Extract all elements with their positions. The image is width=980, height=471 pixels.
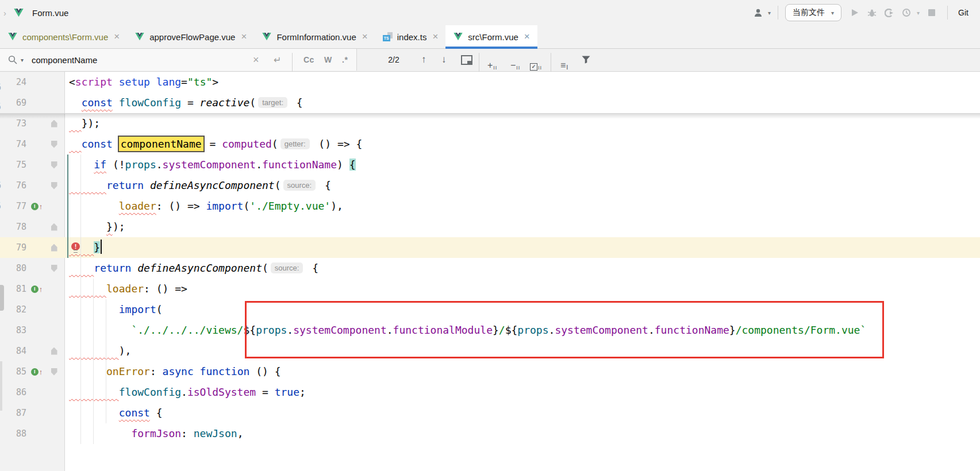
inlay-hint: source: [283, 180, 316, 191]
gutter-cell: 84 [0, 341, 64, 361]
fold-start-icon[interactable] [51, 161, 57, 169]
editor-tab[interactable]: src\Form.vue× [445, 25, 537, 48]
window-title-bar: › Form.vue ▾ 当前文件 ▾ ▾ Git [0, 0, 980, 26]
clear-search-icon[interactable]: × [253, 49, 259, 71]
code-line[interactable]: 81I↑ loader: () => [0, 279, 980, 299]
editor-tab[interactable]: TSindex.ts× [375, 25, 446, 48]
scope-guide-line [67, 155, 68, 258]
code-line[interactable]: 80 return defineAsyncComponent(source: { [0, 258, 980, 279]
fold-start-icon[interactable] [51, 182, 57, 190]
editor-tab[interactable]: approveFlowPage.vue× [127, 25, 254, 48]
stop-button[interactable] [923, 5, 940, 21]
add-occurrence-button[interactable]: +II [487, 49, 497, 71]
code-text[interactable]: import( [69, 299, 163, 320]
code-editor[interactable]: 24<script setup lang="ts">69 const flowC… [0, 72, 980, 471]
fold-start-icon[interactable] [51, 265, 57, 272]
code-text[interactable]: return defineAsyncComponent(source: { [69, 175, 331, 196]
code-text[interactable]: const flowConfig = reactive(target: { [69, 92, 303, 113]
line-number: 75 [0, 160, 26, 170]
fold-end-icon[interactable] [51, 348, 57, 355]
code-line[interactable]: 86 flowConfig.isOldSystem = true; [0, 382, 980, 403]
code-line[interactable]: 79! } [0, 237, 980, 258]
whole-words-toggle[interactable]: W [324, 49, 332, 71]
chevron-down-icon[interactable]: ▾ [768, 10, 771, 16]
inlay-hint: source: [271, 262, 303, 273]
remove-occurrence-button[interactable]: −II [510, 49, 520, 71]
code-line[interactable]: 75 if (!props.systemComponent.functionNa… [0, 155, 980, 175]
filter-lines-icon[interactable]: ≡I [560, 49, 568, 71]
sticky-lines-shadow [0, 113, 980, 119]
code-text[interactable]: flowConfig.isOldSystem = true; [69, 382, 306, 403]
tab-label: components\Form.vue [22, 32, 108, 42]
code-text[interactable]: loader: () => [69, 279, 187, 299]
code-line[interactable]: 74 const componentName = computed(getter… [0, 134, 980, 155]
run-coverage-button[interactable] [881, 5, 898, 21]
inlay-hint: target: [258, 97, 287, 108]
user-account-icon[interactable] [752, 5, 766, 21]
edge-scrollbar-thumb[interactable] [0, 285, 4, 311]
debug-button[interactable] [863, 5, 881, 21]
close-icon[interactable]: × [114, 31, 120, 43]
close-icon[interactable]: × [432, 31, 438, 43]
fold-start-icon[interactable] [51, 368, 57, 376]
gutter-cell: 77I↑ [0, 196, 64, 217]
implemented-marker-icon[interactable]: I↑ [26, 285, 47, 294]
code-line[interactable]: 78 }); [0, 217, 980, 237]
code-text[interactable]: <script setup lang="ts"> [69, 72, 218, 92]
code-line[interactable]: 88 formJson: newJson, [0, 423, 980, 444]
fold-start-icon[interactable] [51, 141, 57, 148]
code-line[interactable]: 87 const { [0, 403, 980, 423]
chevron-down-icon[interactable]: ▾ [917, 10, 920, 16]
code-text[interactable]: onError: async function () { [69, 361, 281, 382]
code-line[interactable]: 76 return defineAsyncComponent(source: { [0, 175, 980, 196]
text-caret [101, 240, 102, 254]
fold-end-icon[interactable] [51, 120, 57, 128]
open-in-find-window-button[interactable] [461, 49, 472, 71]
run-button[interactable] [846, 5, 863, 21]
indent-guide [106, 299, 106, 423]
fold-end-icon[interactable] [51, 223, 57, 231]
code-text[interactable]: const { [69, 403, 163, 423]
code-text[interactable]: if (!props.systemComponent.functionName)… [69, 155, 356, 175]
next-occurrence-button[interactable]: ↓ [441, 49, 447, 71]
code-text[interactable]: const componentName = computed(getter: (… [69, 134, 362, 155]
tab-label: src\Form.vue [468, 32, 518, 42]
chevron-down-icon[interactable]: ▾ [21, 49, 24, 71]
code-line[interactable]: 85I↑ onError: async function () { [0, 361, 980, 382]
find-bar: ▾ componentName × ↵ Cc W .* 2/2 ↑ ↓ +II … [0, 49, 980, 72]
gutter-cell: 69 [0, 92, 64, 113]
code-lines: 73 });74 const componentName = computed(… [0, 113, 980, 444]
regex-toggle[interactable]: .* [342, 49, 348, 71]
code-text[interactable]: formJson: newJson, [69, 423, 243, 444]
code-text[interactable]: loader: () => import('./Empty.vue'), [69, 196, 343, 217]
profiler-button[interactable] [898, 5, 915, 21]
line-number: 73 [0, 118, 26, 129]
insert-newline-icon[interactable]: ↵ [274, 49, 281, 71]
gutter-cell: 76 [0, 175, 64, 196]
vcs-git-widget[interactable]: Git [958, 8, 969, 17]
gutter-cell: 24 [0, 72, 64, 92]
close-icon[interactable]: × [362, 31, 368, 43]
sticky-line[interactable]: 24<script setup lang="ts"> [0, 72, 980, 92]
code-text[interactable]: ), [69, 341, 131, 361]
fold-end-icon[interactable] [51, 244, 57, 252]
implemented-marker-icon[interactable]: I↑ [26, 202, 47, 211]
search-query-text[interactable]: componentName [32, 49, 97, 71]
search-filter-funnel-icon[interactable] [582, 49, 590, 71]
close-icon[interactable]: × [241, 31, 247, 43]
code-text[interactable]: }); [69, 217, 125, 237]
close-icon[interactable]: × [524, 31, 530, 43]
select-all-occurrences-button[interactable]: ✓II [530, 49, 542, 71]
editor-tab[interactable]: FormInformation.vue× [254, 25, 375, 48]
code-text[interactable]: return defineAsyncComponent(source: { [69, 258, 318, 279]
error-intention-icon[interactable]: ! [71, 242, 80, 250]
gutter-cell: 75 [0, 155, 64, 175]
match-case-toggle[interactable]: Cc [303, 49, 314, 71]
implemented-marker-icon[interactable]: I↑ [26, 368, 47, 376]
run-configuration-select[interactable]: 当前文件 ▾ [785, 4, 841, 21]
editor-tab[interactable]: components\Form.vue× [0, 25, 127, 48]
code-line[interactable]: 77I↑ loader: () => import('./Empty.vue')… [0, 196, 980, 217]
search-icon[interactable] [8, 49, 17, 71]
sticky-line[interactable]: 69 const flowConfig = reactive(target: { [0, 92, 980, 113]
previous-occurrence-button[interactable]: ↑ [421, 49, 426, 71]
